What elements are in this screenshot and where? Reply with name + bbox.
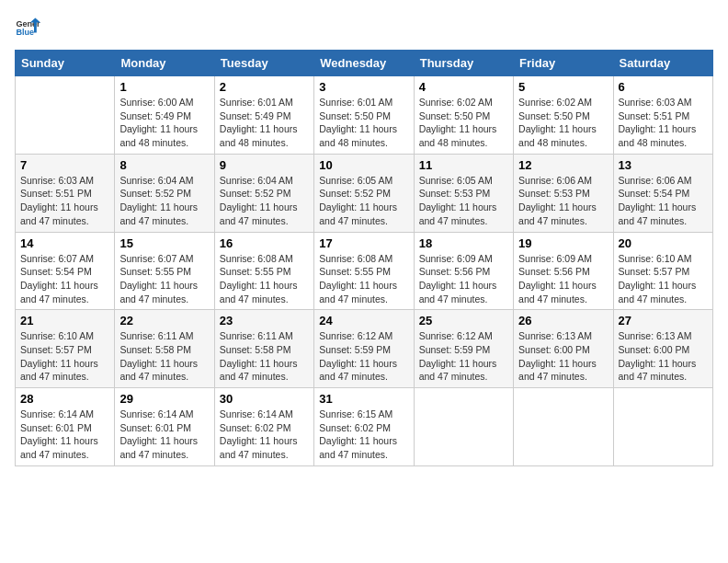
day-info: Sunrise: 6:01 AMSunset: 5:50 PMDaylight:… (319, 96, 408, 150)
day-number: 14 (20, 236, 109, 250)
calendar-day-cell: 20Sunrise: 6:10 AMSunset: 5:57 PMDayligh… (613, 232, 712, 310)
calendar-day-cell: 15Sunrise: 6:07 AMSunset: 5:55 PMDayligh… (115, 232, 214, 310)
day-number: 17 (319, 236, 408, 250)
day-info: Sunrise: 6:09 AMSunset: 5:56 PMDaylight:… (419, 252, 508, 306)
day-number: 20 (619, 236, 708, 250)
calendar-week-row: 7Sunrise: 6:03 AMSunset: 5:51 PMDaylight… (16, 154, 713, 232)
calendar-day-cell: 14Sunrise: 6:07 AMSunset: 5:54 PMDayligh… (16, 232, 115, 310)
day-info: Sunrise: 6:05 AMSunset: 5:52 PMDaylight:… (319, 174, 408, 228)
day-number: 30 (220, 392, 309, 406)
day-number: 1 (119, 80, 209, 94)
day-number: 28 (20, 392, 109, 406)
day-number: 16 (220, 236, 309, 250)
logo-icon: General Blue (15, 15, 40, 40)
calendar-week-row: 1Sunrise: 6:00 AMSunset: 5:49 PMDaylight… (16, 76, 713, 155)
day-info: Sunrise: 6:10 AMSunset: 5:57 PMDaylight:… (619, 252, 708, 306)
day-info: Sunrise: 6:03 AMSunset: 5:51 PMDaylight:… (619, 96, 708, 150)
calendar-day-cell: 12Sunrise: 6:06 AMSunset: 5:53 PMDayligh… (514, 154, 613, 232)
calendar-day-cell: 7Sunrise: 6:03 AMSunset: 5:51 PMDaylight… (16, 154, 115, 232)
calendar-day-cell: 26Sunrise: 6:13 AMSunset: 6:00 PMDayligh… (514, 310, 613, 388)
calendar-day-cell: 18Sunrise: 6:09 AMSunset: 5:56 PMDayligh… (414, 232, 513, 310)
day-info: Sunrise: 6:06 AMSunset: 5:54 PMDaylight:… (619, 174, 708, 228)
day-info: Sunrise: 6:14 AMSunset: 6:02 PMDaylight:… (220, 408, 309, 462)
day-info: Sunrise: 6:12 AMSunset: 5:59 PMDaylight:… (419, 329, 508, 384)
calendar-day-cell (16, 76, 115, 155)
day-info: Sunrise: 6:02 AMSunset: 5:50 PMDaylight:… (419, 96, 508, 150)
calendar-header-cell: Wednesday (314, 51, 414, 76)
day-info: Sunrise: 6:07 AMSunset: 5:55 PMDaylight:… (119, 252, 209, 306)
calendar-day-cell: 24Sunrise: 6:12 AMSunset: 5:59 PMDayligh… (314, 310, 414, 388)
day-info: Sunrise: 6:13 AMSunset: 6:00 PMDaylight:… (619, 329, 708, 384)
day-number: 31 (319, 392, 408, 406)
calendar-day-cell: 9Sunrise: 6:04 AMSunset: 5:52 PMDaylight… (214, 154, 313, 232)
day-number: 6 (619, 80, 708, 94)
calendar-table: SundayMondayTuesdayWednesdayThursdayFrid… (15, 50, 713, 466)
calendar-day-cell: 28Sunrise: 6:14 AMSunset: 6:01 PMDayligh… (16, 388, 115, 466)
day-info: Sunrise: 6:04 AMSunset: 5:52 PMDaylight:… (119, 174, 209, 228)
calendar-day-cell: 2Sunrise: 6:01 AMSunset: 5:49 PMDaylight… (214, 76, 313, 155)
calendar-day-cell: 10Sunrise: 6:05 AMSunset: 5:52 PMDayligh… (314, 154, 414, 232)
day-number: 15 (119, 236, 209, 250)
calendar-header-row: SundayMondayTuesdayWednesdayThursdayFrid… (16, 51, 713, 76)
day-number: 19 (518, 236, 608, 250)
day-number: 26 (518, 314, 608, 327)
day-number: 8 (119, 158, 209, 172)
day-number: 4 (419, 80, 508, 94)
calendar-day-cell: 11Sunrise: 6:05 AMSunset: 5:53 PMDayligh… (414, 154, 513, 232)
calendar-day-cell: 13Sunrise: 6:06 AMSunset: 5:54 PMDayligh… (613, 154, 712, 232)
calendar-body: 1Sunrise: 6:00 AMSunset: 5:49 PMDaylight… (16, 76, 713, 466)
day-info: Sunrise: 6:05 AMSunset: 5:53 PMDaylight:… (419, 174, 508, 228)
calendar-day-cell: 17Sunrise: 6:08 AMSunset: 5:55 PMDayligh… (314, 232, 414, 310)
calendar-day-cell: 22Sunrise: 6:11 AMSunset: 5:58 PMDayligh… (115, 310, 214, 388)
day-number: 11 (419, 158, 508, 172)
day-number: 18 (419, 236, 508, 250)
day-info: Sunrise: 6:11 AMSunset: 5:58 PMDaylight:… (220, 329, 309, 384)
day-info: Sunrise: 6:14 AMSunset: 6:01 PMDaylight:… (119, 408, 209, 462)
calendar-header-cell: Saturday (613, 51, 712, 76)
day-info: Sunrise: 6:02 AMSunset: 5:50 PMDaylight:… (518, 96, 608, 150)
day-info: Sunrise: 6:08 AMSunset: 5:55 PMDaylight:… (319, 252, 408, 306)
day-info: Sunrise: 6:01 AMSunset: 5:49 PMDaylight:… (220, 96, 309, 150)
day-number: 22 (119, 314, 209, 327)
calendar-day-cell: 31Sunrise: 6:15 AMSunset: 6:02 PMDayligh… (314, 388, 414, 466)
calendar-day-cell: 25Sunrise: 6:12 AMSunset: 5:59 PMDayligh… (414, 310, 513, 388)
calendar-day-cell: 6Sunrise: 6:03 AMSunset: 5:51 PMDaylight… (613, 76, 712, 155)
day-number: 9 (220, 158, 309, 172)
day-number: 2 (220, 80, 309, 94)
calendar-day-cell: 21Sunrise: 6:10 AMSunset: 5:57 PMDayligh… (16, 310, 115, 388)
day-info: Sunrise: 6:12 AMSunset: 5:59 PMDaylight:… (319, 329, 408, 384)
calendar-week-row: 14Sunrise: 6:07 AMSunset: 5:54 PMDayligh… (16, 232, 713, 310)
calendar-header-cell: Thursday (414, 51, 513, 76)
calendar-day-cell: 30Sunrise: 6:14 AMSunset: 6:02 PMDayligh… (214, 388, 313, 466)
calendar-day-cell: 29Sunrise: 6:14 AMSunset: 6:01 PMDayligh… (115, 388, 214, 466)
day-info: Sunrise: 6:04 AMSunset: 5:52 PMDaylight:… (220, 174, 309, 228)
calendar-day-cell: 4Sunrise: 6:02 AMSunset: 5:50 PMDaylight… (414, 76, 513, 155)
calendar-week-row: 28Sunrise: 6:14 AMSunset: 6:01 PMDayligh… (16, 388, 713, 466)
calendar-day-cell: 27Sunrise: 6:13 AMSunset: 6:00 PMDayligh… (613, 310, 712, 388)
day-info: Sunrise: 6:14 AMSunset: 6:01 PMDaylight:… (20, 408, 109, 462)
calendar-day-cell: 19Sunrise: 6:09 AMSunset: 5:56 PMDayligh… (514, 232, 613, 310)
calendar-header-cell: Tuesday (214, 51, 313, 76)
logo: General Blue (15, 15, 40, 40)
calendar-day-cell: 8Sunrise: 6:04 AMSunset: 5:52 PMDaylight… (115, 154, 214, 232)
day-number: 7 (20, 158, 109, 172)
day-number: 25 (419, 314, 508, 327)
day-number: 10 (319, 158, 408, 172)
day-info: Sunrise: 6:13 AMSunset: 6:00 PMDaylight:… (518, 329, 608, 384)
day-number: 29 (119, 392, 209, 406)
calendar-header-cell: Monday (115, 51, 214, 76)
day-info: Sunrise: 6:09 AMSunset: 5:56 PMDaylight:… (518, 252, 608, 306)
day-info: Sunrise: 6:03 AMSunset: 5:51 PMDaylight:… (20, 174, 109, 228)
calendar-day-cell: 16Sunrise: 6:08 AMSunset: 5:55 PMDayligh… (214, 232, 313, 310)
svg-text:Blue: Blue (16, 28, 34, 37)
day-info: Sunrise: 6:06 AMSunset: 5:53 PMDaylight:… (518, 174, 608, 228)
calendar-day-cell (514, 388, 613, 466)
day-number: 12 (518, 158, 608, 172)
header: General Blue (15, 15, 713, 40)
day-number: 23 (220, 314, 309, 327)
day-info: Sunrise: 6:11 AMSunset: 5:58 PMDaylight:… (119, 329, 209, 384)
day-number: 5 (518, 80, 608, 94)
day-info: Sunrise: 6:00 AMSunset: 5:49 PMDaylight:… (119, 96, 209, 150)
day-info: Sunrise: 6:07 AMSunset: 5:54 PMDaylight:… (20, 252, 109, 306)
day-number: 27 (619, 314, 708, 327)
